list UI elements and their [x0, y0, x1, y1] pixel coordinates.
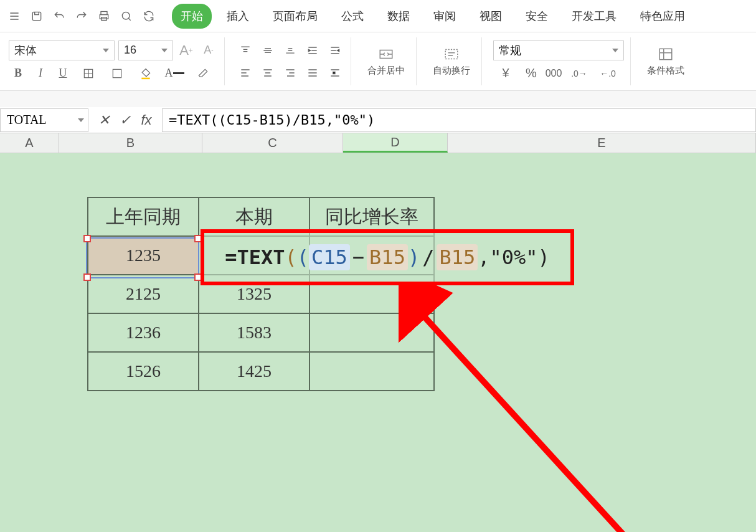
merge-center-button[interactable]: 合并居中: [362, 46, 410, 77]
menu-icon[interactable]: [4, 6, 25, 27]
accept-formula-icon[interactable]: ✓: [116, 111, 135, 130]
italic-button[interactable]: I: [31, 64, 50, 83]
tab-data[interactable]: 数据: [379, 4, 418, 29]
svg-rect-6: [113, 69, 121, 77]
ribbon: 宋体 16 A+ A- B I U A: [0, 32, 756, 91]
tab-special[interactable]: 特色应用: [631, 4, 694, 29]
align-center-icon[interactable]: [258, 64, 277, 82]
cell-prev[interactable]: 1235: [88, 236, 199, 275]
col-header-e[interactable]: E: [448, 133, 756, 153]
number-group: 常规 ¥ % 000 .0→ ←.0: [487, 37, 631, 85]
preview-icon[interactable]: [116, 6, 137, 27]
borders-button[interactable]: [76, 64, 101, 83]
tab-formula[interactable]: 公式: [333, 4, 372, 29]
ref-b15-2: B15: [437, 244, 478, 270]
quick-access-toolbar: [4, 6, 164, 27]
div-op: /: [420, 245, 437, 269]
align-group: [230, 37, 351, 85]
auto-wrap-button[interactable]: 自动换行: [428, 46, 475, 77]
eraser-button[interactable]: [191, 64, 215, 83]
formula-suffix: ,"0%"): [478, 245, 550, 269]
cell-style-button[interactable]: [105, 64, 130, 83]
cell-prev[interactable]: 1526: [88, 352, 199, 391]
cell-curr[interactable]: 1425: [199, 352, 309, 391]
chevron-down-icon: [161, 49, 168, 52]
name-box-value: TOTAL: [7, 113, 47, 127]
tab-security[interactable]: 安全: [517, 4, 557, 29]
svg-rect-1: [101, 11, 107, 14]
cell-prev[interactable]: 2125: [88, 275, 199, 313]
ref-b15-1: B15: [367, 244, 408, 270]
increase-decimal-icon[interactable]: .0→: [567, 64, 592, 83]
col-header-b[interactable]: B: [59, 133, 202, 153]
cancel-formula-icon[interactable]: ✕: [95, 111, 113, 130]
align-bottom-icon[interactable]: [281, 41, 300, 60]
number-format-value: 常规: [499, 43, 521, 58]
percent-icon[interactable]: %: [522, 64, 541, 83]
comma-icon[interactable]: 000: [544, 64, 563, 83]
tab-insert[interactable]: 插入: [218, 4, 258, 29]
tab-start[interactable]: 开始: [172, 4, 212, 29]
font-size-value: 16: [124, 44, 136, 57]
svg-rect-10: [659, 49, 672, 59]
redo-icon[interactable]: [71, 6, 92, 27]
ref-c15: C15: [309, 244, 350, 270]
align-middle-icon[interactable]: [258, 41, 277, 60]
underline-button[interactable]: U: [54, 64, 72, 83]
decrease-font-icon[interactable]: A-: [199, 41, 218, 60]
align-right-icon[interactable]: [281, 64, 300, 82]
print-icon[interactable]: [93, 6, 115, 27]
indent-right-icon[interactable]: [326, 41, 344, 60]
font-name-select[interactable]: 宋体: [9, 40, 115, 60]
svg-point-4: [122, 12, 130, 19]
font-size-select[interactable]: 16: [118, 40, 173, 60]
fill-color-button[interactable]: [133, 64, 158, 83]
inner-paren-open: (: [297, 245, 309, 269]
formula-bar: TOTAL ✕ ✓ fx =TEXT((C15-B15)/B15,"0%"): [0, 107, 756, 133]
svg-rect-7: [141, 77, 149, 79]
undo-icon[interactable]: [49, 6, 70, 27]
cell-prev[interactable]: 1236: [88, 313, 199, 352]
table-row: 1236 1583: [88, 313, 434, 352]
tab-review[interactable]: 审阅: [425, 4, 465, 29]
cell-rate[interactable]: [309, 313, 434, 352]
align-justify-icon[interactable]: [303, 64, 322, 82]
chevron-down-icon: [78, 118, 84, 122]
header-prev[interactable]: 上年同期: [88, 197, 199, 236]
col-header-d[interactable]: D: [343, 133, 448, 153]
annotation-arrow: [399, 284, 756, 532]
align-top-icon[interactable]: [236, 41, 255, 60]
tab-page-layout[interactable]: 页面布局: [264, 4, 326, 29]
font-color-button[interactable]: A: [162, 64, 187, 83]
tab-view[interactable]: 视图: [471, 4, 511, 29]
col-header-a[interactable]: A: [0, 133, 59, 153]
increase-font-icon[interactable]: A+: [177, 41, 196, 60]
save-icon[interactable]: [26, 6, 47, 27]
minus-op: −: [350, 245, 367, 269]
decrease-decimal-icon[interactable]: ←.0: [595, 64, 620, 83]
formula-prefix: =TEXT: [225, 245, 285, 269]
number-format-select[interactable]: 常规: [493, 40, 624, 60]
tab-developer[interactable]: 开发工具: [563, 4, 625, 29]
conditional-format-button[interactable]: 条件格式: [642, 46, 689, 77]
col-header-c[interactable]: C: [202, 133, 343, 153]
refresh-icon[interactable]: [138, 6, 159, 27]
svg-line-12: [417, 309, 747, 532]
currency-icon[interactable]: ¥: [493, 64, 518, 83]
fx-icon[interactable]: fx: [137, 111, 156, 130]
cell-curr[interactable]: 1583: [199, 313, 309, 352]
wrap-label: 自动换行: [433, 65, 470, 77]
format-group: 条件格式: [636, 37, 696, 85]
merge-group: 合并居中: [356, 37, 417, 85]
font-group: 宋体 16 A+ A- B I U A: [2, 37, 225, 85]
bold-button[interactable]: B: [9, 64, 27, 83]
orientation-icon[interactable]: [326, 64, 344, 82]
name-box[interactable]: TOTAL: [0, 108, 88, 132]
cell-rate[interactable]: [309, 352, 434, 391]
formula-input[interactable]: =TEXT((C15-B15)/B15,"0%"): [162, 108, 756, 132]
align-left-icon[interactable]: [236, 64, 255, 82]
indent-left-icon[interactable]: [303, 41, 322, 60]
data-table: 上年同期 本期 同比增长率 1235 2125 1325 1236 1583 1…: [87, 197, 435, 391]
sheet-area[interactable]: 上年同期 本期 同比增长率 1235 2125 1325 1236 1583 1…: [0, 153, 756, 532]
menu-bar: 开始 插入 页面布局 公式 数据 审阅 视图 安全 开发工具 特色应用: [0, 0, 756, 32]
